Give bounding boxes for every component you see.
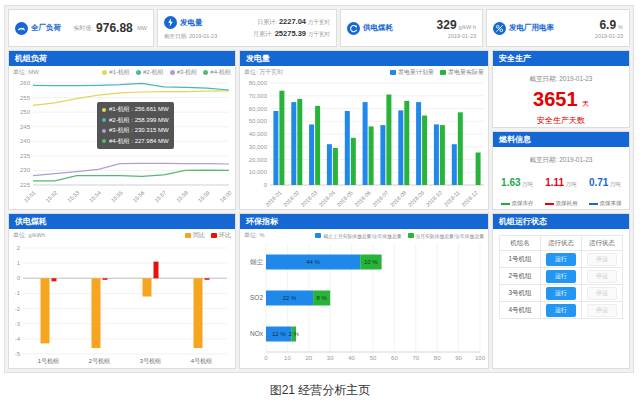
fuel-legend-item: 原煤耗用 xyxy=(545,200,578,207)
svg-text:15:53: 15:53 xyxy=(66,189,80,203)
legend-item[interactable]: 发电量实际量 xyxy=(440,68,484,77)
svg-text:1: 1 xyxy=(17,260,21,266)
axis-unit-label: 单位: 万千瓦时 xyxy=(244,68,283,77)
kpi-card-coal-rate[interactable]: 供电煤耗 329g/kW·h 2019-01-23 xyxy=(340,9,483,47)
legend-item[interactable]: 环比 xyxy=(211,231,231,240)
legend-label: 环比 xyxy=(219,231,231,240)
svg-text:2018-10: 2018-10 xyxy=(425,189,444,208)
bar xyxy=(404,101,409,185)
legend-item[interactable]: #3-机组 xyxy=(170,68,198,77)
card-label: 月累计: xyxy=(253,30,273,39)
svg-text:235: 235 xyxy=(20,153,31,159)
bar xyxy=(398,110,403,185)
axis-unit-label: 单位: MW xyxy=(13,68,39,77)
svg-text:2: 2 xyxy=(17,245,21,251)
bar xyxy=(345,111,350,185)
card-value: 2227.04 xyxy=(279,17,306,26)
legend-item[interactable]: #2-机组 xyxy=(136,68,164,77)
svg-text:2018-09: 2018-09 xyxy=(407,189,426,208)
svg-text:-2: -2 xyxy=(15,306,21,312)
run-status-button[interactable]: 运行 xyxy=(546,304,576,317)
legend-label: #3-机组 xyxy=(177,68,198,77)
bar xyxy=(92,278,101,348)
svg-text:40,000: 40,000 xyxy=(249,131,268,137)
svg-text:1号机组: 1号机组 xyxy=(38,358,59,364)
legend-swatch xyxy=(408,233,414,238)
legend-swatch xyxy=(203,70,208,75)
stop-status-button[interactable]: 停运 xyxy=(587,304,617,317)
svg-text:30: 30 xyxy=(327,355,334,361)
axis-unit-label: 单位: % xyxy=(244,231,265,240)
svg-text:15:51: 15:51 xyxy=(23,189,37,203)
legend-item[interactable]: 截止上月实际排放总量/全年排放总量 xyxy=(315,233,401,239)
svg-text:240: 240 xyxy=(20,138,31,144)
svg-text:15:57: 15:57 xyxy=(153,189,167,203)
bar xyxy=(205,278,210,280)
tooltip-dot xyxy=(102,108,106,112)
legend-label: 当月实际排放总量/全年排放总量 xyxy=(416,233,485,239)
tooltip-dot xyxy=(102,129,106,133)
svg-text:20,000: 20,000 xyxy=(249,157,268,163)
legend-item[interactable]: 同比 xyxy=(185,231,205,240)
fuel-values: 1.63 万吨1.11 万吨0.71 万吨 xyxy=(493,172,629,190)
legend-item[interactable]: #1-机组 xyxy=(102,68,130,77)
chart-legend: 同比环比 xyxy=(185,231,231,240)
stop-status-button[interactable]: 停运 xyxy=(587,270,617,283)
table-row: 1号机组运行停运 xyxy=(500,251,623,268)
bar xyxy=(380,125,385,185)
svg-text:2号机组: 2号机组 xyxy=(89,358,110,364)
bottom-row: 供电煤耗 单位: g/kWh 同比环比 -5-4-3-2-10121号机组2号机… xyxy=(8,213,630,369)
legend-swatch xyxy=(185,233,191,238)
run-status-button[interactable]: 运行 xyxy=(546,270,576,283)
table-row: 2号机组运行停运 xyxy=(500,268,623,285)
svg-text:2018-02: 2018-02 xyxy=(282,189,301,208)
bar xyxy=(52,278,57,281)
svg-text:-1: -1 xyxy=(15,290,21,296)
card-title: 全厂负荷 xyxy=(31,23,61,33)
panel-unit-status: 机组运行状态 机组名运行状态运行状态1号机组运行停运2号机组运行停运3号机组运行… xyxy=(492,213,630,369)
svg-text:60: 60 xyxy=(391,355,398,361)
svg-text:8 %: 8 % xyxy=(316,295,327,301)
legend-swatch xyxy=(440,70,446,75)
kpi-card-plant-load[interactable]: 全厂负荷 实时值: 976.88 MW xyxy=(8,9,154,47)
unit-name: 3号机组 xyxy=(500,285,541,302)
card-date: 2019-01-23 xyxy=(448,33,476,39)
generation-chart: 010,00020,00030,00040,00050,00060,00070,… xyxy=(240,79,488,210)
svg-text:-3: -3 xyxy=(15,321,21,327)
panel-title: 安全生产 xyxy=(493,51,629,66)
kpi-card-generation[interactable]: 发电量 截至日期: 2019-01-23 日累计:2227.04万千瓦时 月累计… xyxy=(157,9,337,47)
run-status-button[interactable]: 运行 xyxy=(546,253,576,266)
percent-icon xyxy=(493,22,506,35)
bar xyxy=(143,278,152,296)
legend-label: #4-机组 xyxy=(210,68,231,77)
run-status-button[interactable]: 运行 xyxy=(546,287,576,300)
svg-text:2018-07: 2018-07 xyxy=(371,189,390,208)
svg-text:20: 20 xyxy=(305,355,312,361)
fuel-legend-item: 原煤来煤 xyxy=(589,200,622,207)
date-value: 2019-01-23 xyxy=(559,156,592,163)
kpi-card-aux-power[interactable]: 发电厂用电率 6.9% 2019-01-23 xyxy=(486,9,630,47)
unit-name: 1号机组 xyxy=(500,251,541,268)
panel-title: 机组运行状态 xyxy=(493,214,629,229)
svg-text:80: 80 xyxy=(434,355,441,361)
card-unit: MW xyxy=(137,25,147,31)
stop-status-button[interactable]: 停运 xyxy=(587,253,617,266)
bar xyxy=(476,153,481,186)
bar xyxy=(422,116,427,186)
series-line xyxy=(33,163,229,175)
bar xyxy=(103,278,108,280)
bar xyxy=(363,102,368,185)
legend-item[interactable]: 发电量计划量 xyxy=(390,68,434,77)
legend-item[interactable]: #4-机组 xyxy=(203,68,231,77)
svg-text:260: 260 xyxy=(20,80,31,86)
svg-text:30,000: 30,000 xyxy=(249,144,268,150)
legend-item[interactable]: 当月实际排放总量/全年排放总量 xyxy=(408,233,485,239)
svg-text:15:52: 15:52 xyxy=(45,189,59,203)
svg-text:2 %: 2 % xyxy=(289,331,300,337)
tooltip-row: #1-机组 : 256.661 MW xyxy=(102,105,169,114)
panel-unit-load: 机组负荷 单位: MW #1-机组#2-机组#3-机组#4-机组 2252302… xyxy=(8,50,236,210)
coal-chart: -5-4-3-2-10121号机组2号机组3号机组4号机组 xyxy=(9,242,235,368)
stop-status-button[interactable]: 停运 xyxy=(587,287,617,300)
safety-days-unit: 天 xyxy=(582,100,589,107)
card-unit: % xyxy=(618,24,623,30)
